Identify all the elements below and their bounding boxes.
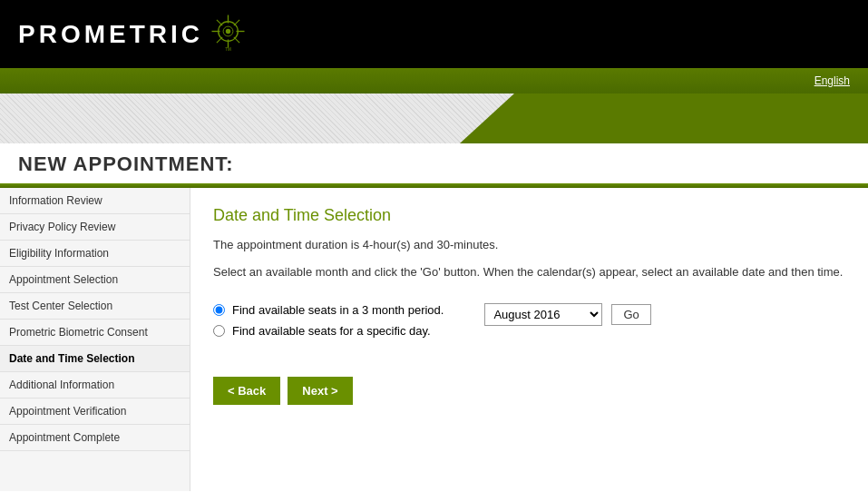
- content-area: Date and Time Selection The appointment …: [190, 188, 868, 491]
- sidebar-item-privacy-policy[interactable]: Privacy Policy Review: [0, 214, 190, 241]
- radio-specific[interactable]: [213, 325, 225, 337]
- top-bar: English: [0, 68, 868, 93]
- radio-option-specific[interactable]: Find available seats for a specific day.: [213, 324, 444, 338]
- sidebar-item-biometric[interactable]: Prometric Biometric Consent: [0, 320, 190, 346]
- svg-line-8: [234, 19, 239, 25]
- radio-3month-label[interactable]: Find available seats in a 3 month period…: [232, 303, 444, 317]
- sidebar-item-eligibility[interactable]: Eligibility Information: [0, 241, 190, 267]
- instruction-text: Select an available month and click the …: [213, 263, 845, 281]
- header: PROMETRIC TM: [0, 0, 868, 68]
- sidebar-item-appointment-complete[interactable]: Appointment Complete: [0, 425, 190, 451]
- prometric-logo-icon: TM: [208, 11, 249, 54]
- next-button[interactable]: Next >: [288, 377, 352, 405]
- world-map-area: [0, 93, 868, 143]
- sidebar-item-test-center[interactable]: Test Center Selection: [0, 293, 190, 320]
- svg-point-10: [226, 28, 230, 33]
- sidebar-item-date-time[interactable]: Date and Time Selection: [0, 346, 190, 372]
- nav-buttons: < Back Next >: [213, 377, 845, 405]
- radio-specific-label[interactable]: Find available seats for a specific day.: [232, 324, 431, 338]
- month-selector-row: July 2016 August 2016 September 2016 Oct…: [484, 303, 650, 326]
- svg-line-7: [234, 36, 239, 42]
- go-button[interactable]: Go: [611, 304, 650, 325]
- language-link[interactable]: English: [814, 74, 850, 87]
- main-layout: Information Review Privacy Policy Review…: [0, 188, 868, 491]
- radio-option-3month[interactable]: Find available seats in a 3 month period…: [213, 303, 444, 317]
- logo-text: PROMETRIC: [18, 20, 203, 49]
- sidebar-item-appointment-selection[interactable]: Appointment Selection: [0, 267, 190, 293]
- svg-line-6: [217, 19, 222, 25]
- radio-group: Find available seats in a 3 month period…: [213, 303, 444, 345]
- sidebar: Information Review Privacy Policy Review…: [0, 188, 190, 491]
- green-diagonal: [460, 93, 868, 143]
- svg-text:TM: TM: [225, 47, 231, 52]
- month-select[interactable]: July 2016 August 2016 September 2016 Oct…: [484, 303, 602, 326]
- page-title: NEW APPOINTMENT:: [18, 153, 234, 175]
- section-title: Date and Time Selection: [213, 206, 845, 225]
- page-title-area: NEW APPOINTMENT:: [0, 143, 868, 183]
- sidebar-item-appointment-verification[interactable]: Appointment Verification: [0, 399, 190, 425]
- back-button[interactable]: < Back: [213, 377, 280, 405]
- svg-line-9: [217, 36, 222, 42]
- sidebar-item-additional-info[interactable]: Additional Information: [0, 372, 190, 399]
- duration-text: The appointment duration is 4-hour(s) an…: [213, 236, 845, 254]
- radio-3month[interactable]: [213, 304, 225, 316]
- sidebar-item-information-review[interactable]: Information Review: [0, 188, 190, 214]
